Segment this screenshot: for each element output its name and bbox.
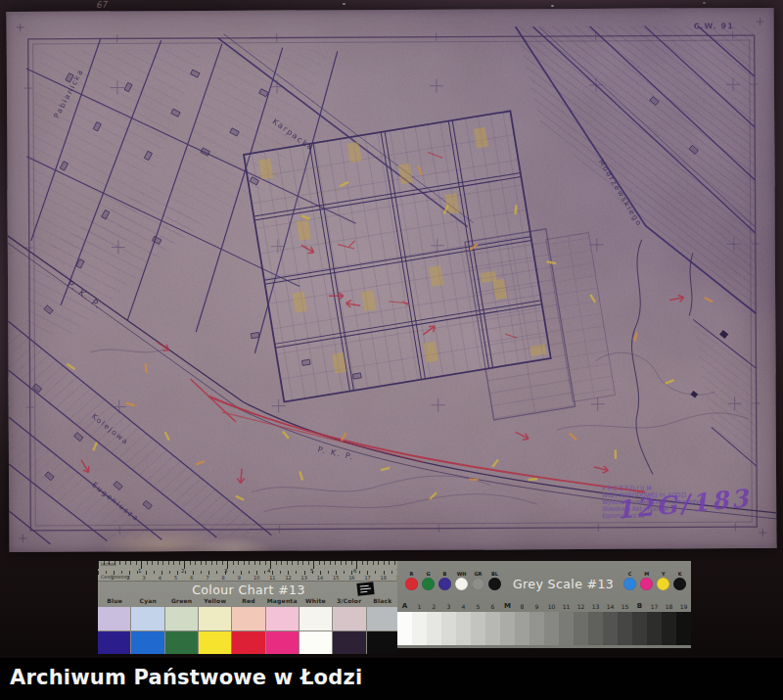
grey-step-label: 18 bbox=[662, 603, 676, 610]
grey-step bbox=[647, 612, 662, 645]
colour-dot: B bbox=[437, 571, 453, 590]
grey-step-label: 9 bbox=[530, 603, 544, 610]
dot-swatch bbox=[623, 578, 636, 590]
ruler-cm-number: 12 bbox=[285, 575, 291, 581]
colour-column-label: Blue bbox=[98, 597, 131, 606]
colour-dot: BL bbox=[486, 571, 503, 590]
ruler-cm-number: 3 bbox=[143, 575, 146, 581]
grey-step-label: 12 bbox=[574, 603, 588, 610]
ruler-cm-number: 4 bbox=[159, 575, 161, 581]
grey-step bbox=[676, 612, 691, 645]
colour-dot: WH bbox=[453, 571, 470, 590]
colour-dot: R bbox=[403, 571, 420, 590]
map-drawing bbox=[7, 8, 777, 552]
colour-column-labels: BlueCyanGreenYellowRedMagentaWhite3/Colo… bbox=[98, 597, 399, 606]
grey-step bbox=[456, 612, 471, 645]
grey-step bbox=[574, 612, 588, 645]
colour-solid-row bbox=[98, 631, 399, 654]
colour-chart-card: Inches Centimetres 1234567 1234567891011… bbox=[98, 561, 399, 654]
colour-column-label: Cyan bbox=[131, 597, 164, 606]
chart-logo-chip-icon bbox=[356, 582, 374, 596]
grey-step bbox=[559, 612, 574, 645]
colour-dot: K bbox=[671, 571, 688, 590]
grey-step bbox=[618, 612, 632, 645]
colour-patch-pastel bbox=[199, 607, 231, 630]
colour-patch-solid bbox=[333, 631, 365, 654]
ruler-cm-number: 10 bbox=[253, 575, 259, 581]
grey-step bbox=[485, 612, 500, 645]
dot-label: GR bbox=[475, 571, 483, 578]
grey-step-label: 8 bbox=[515, 603, 530, 610]
dot-swatch bbox=[472, 578, 484, 590]
grey-step-label: 11 bbox=[559, 603, 574, 610]
ruler-inch-number: 3 bbox=[224, 568, 228, 574]
colour-patch-solid bbox=[131, 631, 163, 654]
ruler-cm-number: 16 bbox=[348, 575, 354, 581]
ruler-cm-number: 1 bbox=[111, 575, 114, 581]
colour-patch-solid bbox=[232, 631, 264, 654]
ruler-cm-number: 18 bbox=[381, 575, 387, 581]
colour-patch-pastel bbox=[131, 607, 163, 630]
colour-patch-solid bbox=[165, 631, 198, 654]
grey-step-label: 14 bbox=[603, 603, 618, 610]
map-sheet: C.W. 91 P R E Z Y D I U MRADY NARODOWEJ … bbox=[7, 8, 777, 552]
grey-step bbox=[500, 612, 515, 645]
ruler-inch-number: 5 bbox=[310, 568, 314, 574]
dust-speck bbox=[343, 3, 345, 5]
ruler-cm-number: 5 bbox=[174, 575, 177, 581]
dot-swatch bbox=[673, 578, 686, 590]
colour-dot: Y bbox=[655, 571, 671, 590]
ruler-cm-label: Centimetres bbox=[101, 575, 129, 580]
grey-step-label: 5 bbox=[471, 603, 485, 610]
colour-dot: G bbox=[420, 571, 437, 590]
grey-step-label: 19 bbox=[676, 603, 691, 610]
dot-swatch bbox=[640, 578, 653, 590]
grey-scale-title: Grey Scale #13 bbox=[513, 577, 614, 591]
colour-patch-solid bbox=[299, 631, 332, 654]
colour-pastel-row bbox=[98, 607, 399, 630]
grey-step-label: 13 bbox=[588, 603, 603, 610]
grey-step bbox=[427, 612, 441, 645]
ruler-cm-number: 14 bbox=[317, 575, 323, 581]
colour-dot: GR bbox=[470, 571, 486, 590]
grey-step-wedge bbox=[397, 612, 691, 645]
colour-chart-title: Colour Chart #13 bbox=[192, 583, 305, 597]
dot-swatch bbox=[488, 578, 501, 590]
colour-patch-solid bbox=[266, 631, 299, 654]
grey-step-label: 17 bbox=[647, 603, 662, 610]
dot-label: M bbox=[644, 571, 649, 578]
colour-column-label: White bbox=[299, 597, 332, 606]
dot-label: R bbox=[410, 571, 414, 578]
grey-step bbox=[530, 612, 544, 645]
colour-column-label: Magenta bbox=[265, 597, 299, 606]
dust-speck bbox=[551, 5, 554, 7]
dot-label: C bbox=[628, 571, 632, 578]
grey-step bbox=[412, 612, 427, 645]
grey-step bbox=[588, 612, 603, 645]
dot-swatch bbox=[455, 578, 468, 590]
dot-label: Y bbox=[662, 571, 666, 578]
grey-scale-left-dots: RGBWHGRBL bbox=[403, 571, 503, 590]
ruler-inch-number: 6 bbox=[353, 568, 357, 574]
ruler-inch-number: 1 bbox=[138, 568, 142, 574]
colour-column-label: Red bbox=[232, 597, 265, 606]
grey-step-label: 4 bbox=[456, 603, 471, 610]
ruler-inch-number: 4 bbox=[267, 568, 271, 574]
grey-scale-right-dots: CMYK bbox=[622, 571, 688, 590]
dot-swatch bbox=[405, 578, 418, 590]
grey-step-label: 2 bbox=[427, 603, 441, 610]
colour-patch-solid bbox=[199, 631, 231, 654]
grey-step bbox=[471, 612, 485, 645]
grey-step-label: 3 bbox=[441, 603, 456, 610]
grey-step-label: B bbox=[632, 602, 647, 610]
grey-step bbox=[441, 612, 456, 645]
grey-step-label: M bbox=[500, 602, 515, 610]
colour-column-label: 3/Color bbox=[333, 597, 366, 606]
grey-step bbox=[603, 612, 618, 645]
ruler-cm-number: 17 bbox=[364, 575, 370, 581]
dot-label: BL bbox=[491, 571, 498, 578]
ruler-cm-number: 2 bbox=[126, 575, 129, 581]
dot-label: G bbox=[426, 571, 430, 578]
ruler-cm-number: 7 bbox=[206, 575, 208, 581]
archive-caption: Archiwum Państwowe w Łodzi bbox=[0, 658, 783, 689]
